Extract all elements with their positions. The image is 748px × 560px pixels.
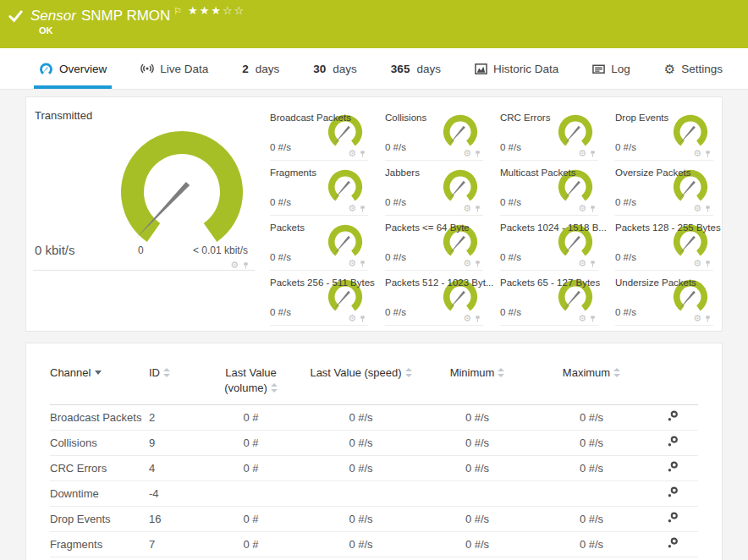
tab-label: days — [333, 63, 357, 75]
pin-icon[interactable] — [359, 205, 366, 213]
channel-gauge-value: 0 #/s — [385, 197, 406, 207]
minimum-cell: 0 #/s — [418, 431, 536, 456]
channel-gauge-title: Multicast Packets — [500, 167, 575, 178]
pin-icon[interactable] — [359, 260, 366, 268]
channel-gauge-value: 0 #/s — [615, 197, 636, 207]
tab-2-days[interactable]: 2 days — [242, 48, 279, 89]
last-value-speed-cell: 0 #/s — [304, 456, 418, 481]
column-header-last-value-speed[interactable]: Last Value (speed) — [304, 359, 418, 405]
column-header-id[interactable]: ID — [149, 359, 198, 405]
gauge-scale-min: 0 — [138, 244, 144, 256]
tab-30-days[interactable]: 30 days — [313, 48, 357, 89]
last-value-volume-cell: 0 # — [198, 431, 304, 456]
last-value-volume-cell: 0 # — [198, 456, 304, 481]
tab-live-data[interactable]: Live Data — [140, 48, 208, 89]
gauge-current-value: 0 kbit/s — [35, 243, 75, 257]
gauge-settings-icon[interactable]: ⚙ — [578, 314, 586, 323]
tab-overview[interactable]: Overview — [39, 48, 107, 89]
gauge-settings-icon[interactable]: ⚙ — [463, 259, 471, 268]
channel-gauge-value: 0 #/s — [385, 252, 406, 262]
channel-settings-icon[interactable] — [667, 486, 679, 498]
gauge-settings-icon[interactable]: ⚙ — [693, 259, 701, 268]
priority-flag-icon[interactable]: ⚐ — [173, 6, 182, 16]
channel-gauge-cell[interactable]: Packets 256 - 511 Bytes 0 #/s ⚙ — [270, 271, 368, 326]
tab-label: Log — [611, 63, 630, 75]
channel-gauge-title: Jabbers — [385, 167, 420, 178]
gauge-settings-icon[interactable]: ⚙ — [693, 149, 701, 158]
pin-icon[interactable] — [474, 205, 481, 213]
channel-settings-icon[interactable] — [667, 461, 679, 473]
channel-settings-icon[interactable] — [667, 410, 679, 422]
pin-icon[interactable] — [359, 315, 366, 323]
channel-gauge-cell[interactable]: Drop Events 0 #/s ⚙ — [615, 106, 713, 161]
channel-gauge-title: Packets 128 - 255 Bytes — [615, 222, 721, 233]
channel-gauge-cell[interactable]: Jabbers 0 #/s ⚙ — [385, 161, 483, 216]
table-row: Broadcast Packets 2 0 # 0 #/s 0 #/s 0 #/… — [50, 405, 698, 431]
column-header-actions — [646, 359, 698, 405]
table-row: CRC Errors 4 0 # 0 #/s 0 #/s 0 #/s — [50, 456, 698, 481]
tab-365-days[interactable]: 365 days — [391, 48, 441, 89]
gauge-settings-icon[interactable]: ⚙ — [348, 259, 356, 268]
pin-icon[interactable] — [589, 205, 597, 213]
pin-icon[interactable] — [474, 260, 481, 268]
gauge-settings-icon[interactable]: ⚙ — [578, 259, 586, 268]
gauge-settings-icon[interactable]: ⚙ — [348, 204, 356, 213]
channel-gauge-cell[interactable]: Multicast Packets 0 #/s ⚙ — [500, 161, 598, 216]
pin-icon[interactable] — [704, 315, 712, 323]
minimum-cell: 0 #/s — [418, 507, 536, 532]
maximum-cell: 0 #/s — [536, 532, 646, 557]
table-row: Collisions 9 0 # 0 #/s 0 #/s 0 #/s — [50, 431, 698, 456]
channel-name-cell: Broadcast Packets — [50, 405, 149, 431]
channel-gauge-cell[interactable]: Collisions 0 #/s ⚙ — [385, 106, 483, 161]
pin-icon[interactable] — [704, 260, 712, 268]
gauge-settings-icon[interactable]: ⚙ — [693, 314, 701, 323]
tab-label: Live Data — [160, 63, 208, 75]
priority-stars[interactable]: ★★★☆☆ — [188, 4, 245, 17]
channel-gauge-cell[interactable]: Broadcast Packets 0 #/s ⚙ — [270, 106, 368, 161]
channel-id-cell: 7 — [149, 532, 198, 557]
table-row: Downtime -4 — [50, 481, 698, 507]
column-header-last-value-volume[interactable]: Last Value (volume) — [198, 359, 304, 405]
channel-settings-icon[interactable] — [667, 512, 679, 524]
channel-gauge-cell[interactable]: Fragments 0 #/s ⚙ — [270, 161, 368, 216]
channel-gauge-cell[interactable]: Packets 512 - 1023 Byt... 0 #/s ⚙ — [385, 271, 483, 326]
tab-log[interactable]: Log — [592, 48, 630, 89]
pin-icon[interactable] — [589, 315, 597, 323]
gauge-settings-icon[interactable]: ⚙ — [463, 204, 471, 213]
channel-gauge-cell[interactable]: Packets <= 64 Byte 0 #/s ⚙ — [385, 216, 483, 271]
sort-icon — [613, 368, 620, 377]
channel-gauge-cell[interactable]: Packets 0 #/s ⚙ — [270, 216, 368, 271]
last-value-volume-cell: 0 # — [198, 532, 304, 557]
transmitted-gauge-cell[interactable]: Transmitted 0 kbit/s 0 < 0.01 kbit/s ⚙ — [26, 97, 261, 331]
gauge-settings-icon[interactable]: ⚙ — [463, 149, 471, 158]
gauge-settings-icon[interactable]: ⚙ — [230, 261, 239, 270]
gauge-settings-icon[interactable]: ⚙ — [578, 204, 586, 213]
channel-gauge-cell[interactable]: Undersize Packets 0 #/s ⚙ — [615, 271, 713, 326]
gauge-settings-icon[interactable]: ⚙ — [693, 204, 701, 213]
gauge-settings-icon[interactable]: ⚙ — [348, 314, 356, 323]
channel-gauge-cell[interactable]: Packets 1024 - 1518 B... 0 #/s ⚙ — [500, 216, 598, 271]
channel-gauge-cell[interactable]: Oversize Packets 0 #/s ⚙ — [615, 161, 713, 216]
pin-icon[interactable] — [242, 261, 250, 270]
tab-historic-data[interactable]: Historic Data — [475, 48, 558, 89]
gauge-settings-icon[interactable]: ⚙ — [578, 149, 586, 158]
pin-icon[interactable] — [704, 205, 712, 213]
pin-icon[interactable] — [474, 150, 481, 158]
pin-icon[interactable] — [704, 150, 712, 158]
channel-gauge-cell[interactable]: CRC Errors 0 #/s ⚙ — [500, 106, 598, 161]
tab-settings[interactable]: ⚙ Settings — [664, 48, 723, 89]
channel-settings-icon[interactable] — [667, 537, 679, 549]
pin-icon[interactable] — [474, 315, 481, 323]
channel-settings-icon[interactable] — [667, 436, 679, 447]
gauge-settings-icon[interactable]: ⚙ — [348, 149, 356, 158]
column-header-maximum[interactable]: Maximum — [536, 359, 646, 405]
channel-gauge-cell[interactable]: Packets 128 - 255 Bytes 0 #/s ⚙ — [615, 216, 713, 271]
pin-icon[interactable] — [589, 260, 597, 268]
pin-icon[interactable] — [589, 150, 597, 158]
pin-icon[interactable] — [359, 150, 366, 158]
channel-gauge-cell[interactable]: Packets 65 - 127 Bytes 0 #/s ⚙ — [500, 271, 598, 326]
column-header-channel[interactable]: Channel — [50, 359, 149, 405]
tab-label: Historic Data — [493, 63, 558, 75]
gauge-settings-icon[interactable]: ⚙ — [463, 314, 471, 323]
column-header-minimum[interactable]: Minimum — [418, 359, 536, 405]
